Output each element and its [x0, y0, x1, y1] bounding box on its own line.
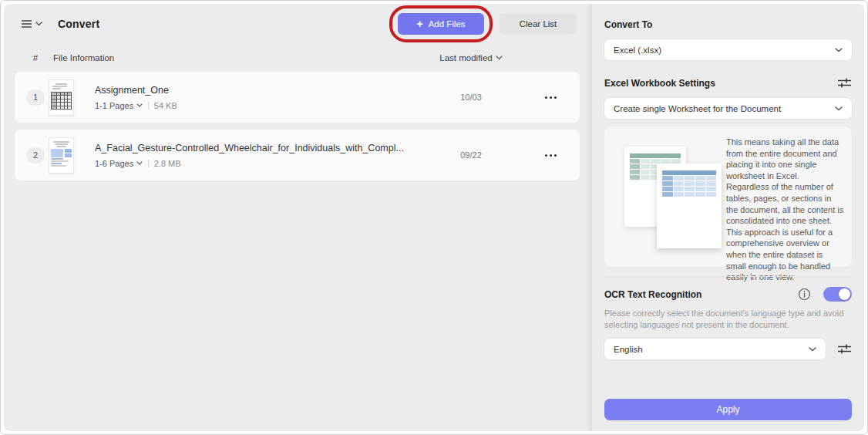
ocr-label: OCR Text Recognition: [604, 289, 701, 300]
chevron-down-icon: [809, 347, 816, 352]
last-modified-date: 10/03: [413, 93, 529, 102]
language-select[interactable]: English: [604, 339, 826, 359]
row-number-badge: 2: [26, 147, 45, 164]
file-size: 54 KB: [154, 101, 177, 110]
row-number-badge: 1: [26, 89, 45, 106]
format-select[interactable]: Excel (.xlsx): [604, 39, 852, 60]
column-number: #: [22, 53, 49, 62]
table-header: # File Information Last modified: [15, 44, 580, 72]
clear-list-button[interactable]: Clear List: [500, 13, 577, 35]
worksheet-illustration: [612, 136, 722, 258]
file-info: A_Facial_Gesture-Controlled_Wheelchair_f…: [84, 143, 413, 168]
document-thumbnail: [49, 79, 74, 116]
menu-button[interactable]: [18, 16, 45, 32]
file-info: Assignment_One 1-1 Pages | 54 KB: [84, 85, 413, 110]
chevron-down-icon: [35, 22, 42, 26]
info-icon[interactable]: [798, 288, 811, 301]
file-name: Assignment_One: [95, 85, 413, 96]
workbook-settings-label: Excel Workbook Settings: [604, 78, 715, 89]
section-divider: [604, 276, 852, 277]
ocr-toggle[interactable]: [823, 287, 852, 302]
workbook-settings-tune-icon[interactable]: [837, 77, 852, 89]
table-row[interactable]: 2 A_Facial_Gesture-Controlled_Wheelchair…: [15, 130, 580, 180]
chevron-down-icon: [136, 161, 143, 165]
illustration-page-front: [657, 164, 722, 248]
left-header: Convert + Add Files Clear List: [15, 4, 580, 44]
app-window: Convert + Add Files Clear List # File In…: [4, 4, 864, 431]
ocr-hint: Please correctly select the document's l…: [604, 308, 852, 331]
file-name: A_Facial_Gesture-Controlled_Wheelchair_f…: [95, 143, 413, 153]
chevron-down-icon: [136, 103, 143, 107]
convert-settings-panel: Convert To Excel (.xlsx) Excel Workbook …: [590, 4, 864, 431]
page-title: Convert: [58, 18, 99, 30]
screenshot-frame: Convert + Add Files Clear List # File In…: [0, 0, 868, 435]
hamburger-icon: [21, 19, 32, 29]
meta-separator: |: [147, 159, 150, 167]
meta-separator: |: [147, 101, 150, 110]
chevron-down-icon: [835, 106, 843, 111]
language-settings-tune-icon[interactable]: [837, 343, 852, 355]
file-list-panel: Convert + Add Files Clear List # File In…: [4, 4, 590, 431]
table-row[interactable]: 1 Assignment_One: [15, 72, 580, 123]
row-more-menu[interactable]: [529, 92, 572, 103]
convert-to-label: Convert To: [604, 19, 852, 30]
format-select-value: Excel (.xlsx): [614, 46, 661, 55]
worksheet-info-card: This means taking all the data from the …: [604, 126, 852, 267]
column-file-information: File Information: [49, 53, 413, 62]
header-actions: + Add Files Clear List: [398, 13, 577, 35]
chevron-down-icon: [835, 48, 843, 52]
document-thumbnail: [49, 137, 74, 174]
language-select-value: English: [614, 345, 643, 354]
last-modified-date: 09/22: [413, 150, 529, 160]
worksheet-mode-value: Create single Worksheet for the Document: [614, 104, 781, 113]
column-last-modified[interactable]: Last modified: [413, 53, 529, 62]
pages-dropdown[interactable]: 1-6 Pages: [95, 159, 143, 168]
worksheet-description: This means taking all the data from the …: [726, 136, 844, 258]
pages-dropdown[interactable]: 1-1 Pages: [95, 101, 143, 110]
worksheet-mode-select[interactable]: Create single Worksheet for the Document: [604, 98, 852, 119]
add-files-button[interactable]: + Add Files: [398, 13, 484, 35]
row-more-menu[interactable]: [529, 150, 572, 161]
plus-icon: +: [416, 19, 422, 29]
sort-chevron-icon: [496, 56, 503, 60]
file-size: 2.8 MB: [154, 159, 181, 168]
apply-button[interactable]: Apply: [604, 399, 852, 420]
